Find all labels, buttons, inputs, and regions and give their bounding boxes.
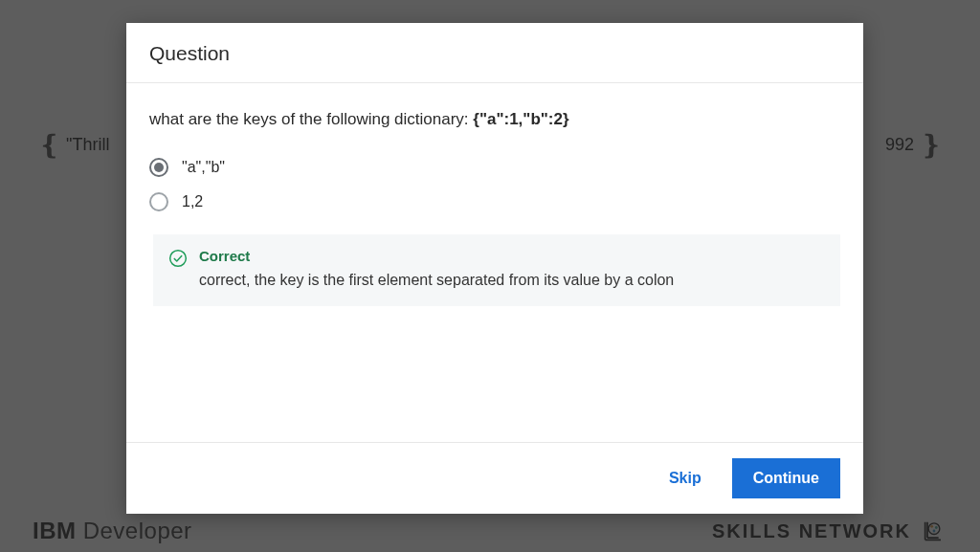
option-label: 1,2 <box>182 193 203 210</box>
question-code: {"a":1,"b":2} <box>473 110 568 128</box>
question-modal: Question what are the keys of the follow… <box>126 23 863 514</box>
question-prefix: what are the keys of the following dicti… <box>149 110 473 128</box>
option-label: "a","b" <box>182 159 225 176</box>
modal-footer: Skip Continue <box>126 442 863 514</box>
option-1-2[interactable]: 1,2 <box>149 192 840 211</box>
feedback-content: Correct correct, the key is the first el… <box>199 248 674 291</box>
modal-header: Question <box>126 23 863 83</box>
options-group: "a","b" 1,2 <box>149 158 840 211</box>
feedback-text: correct, the key is the first element se… <box>199 270 674 291</box>
modal-body: what are the keys of the following dicti… <box>126 83 863 442</box>
radio-button-icon <box>149 192 168 211</box>
radio-button-icon <box>149 158 168 177</box>
skip-button[interactable]: Skip <box>661 460 709 497</box>
svg-point-4 <box>170 250 187 266</box>
feedback-title: Correct <box>199 248 674 264</box>
continue-button[interactable]: Continue <box>732 458 840 498</box>
modal-title: Question <box>149 42 840 65</box>
radio-selected-dot-icon <box>154 163 164 172</box>
question-text: what are the keys of the following dicti… <box>149 108 840 131</box>
option-a-b[interactable]: "a","b" <box>149 158 840 177</box>
feedback-box: Correct correct, the key is the first el… <box>153 234 840 306</box>
check-circle-icon <box>168 249 188 268</box>
